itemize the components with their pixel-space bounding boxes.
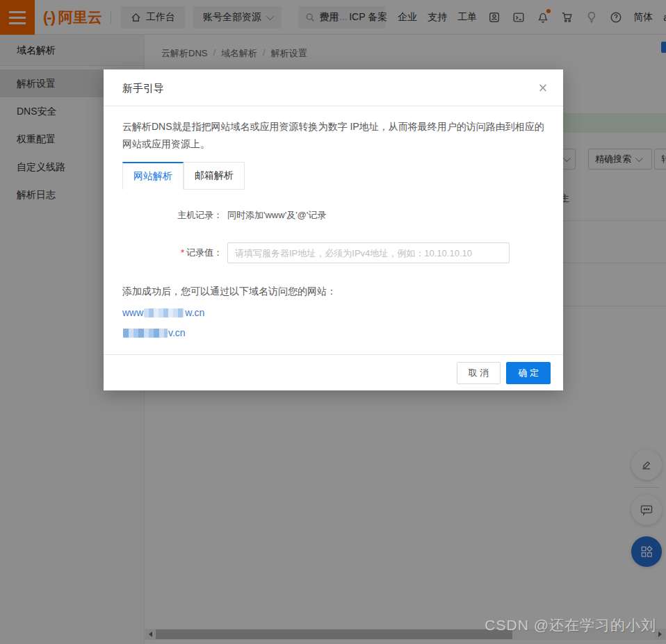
tab-mail-resolution[interactable]: 邮箱解析 — [184, 162, 245, 190]
modal-footer: 取 消 确 定 — [104, 354, 563, 390]
required-asterisk: * — [181, 247, 184, 258]
success-hint-text: 添加成功后，您可以通过以下域名访问您的网站： — [122, 286, 544, 298]
redacted-domain-segment — [144, 308, 184, 317]
close-icon[interactable]: × — [538, 69, 548, 106]
host-record-value: 同时添加'www'及'@'记录 — [227, 209, 326, 222]
tab-website-resolution[interactable]: 网站解析 — [122, 162, 184, 190]
confirm-button[interactable]: 确 定 — [506, 362, 551, 384]
modal-description: 云解析DNS就是指把网站域名或应用资源转换为数字 IP地址，从而将最终用户的访问… — [122, 118, 544, 152]
resolution-tabs: 网站解析 邮箱解析 — [122, 162, 544, 190]
cancel-button[interactable]: 取 消 — [457, 362, 501, 384]
modal-title: 新手引导 — [122, 82, 164, 94]
domain-link-prefix: www — [122, 307, 143, 318]
domain-link-suffix: w.cn — [185, 307, 204, 318]
record-value-row: *记录值： — [122, 242, 544, 263]
host-record-label: 主机记录： — [122, 209, 222, 222]
beginner-guide-modal: 新手引导 × 云解析DNS就是指把网站域名或应用资源转换为数字 IP地址，从而将… — [104, 69, 563, 390]
app-root: (-) 阿里云 工作台 账号全部资源 搜索... 费用 ICP 备案 企业 支持… — [0, 0, 666, 644]
host-record-row: 主机记录： 同时添加'www'及'@'记录 — [122, 209, 544, 222]
record-value-input[interactable] — [227, 242, 510, 263]
domain-link-suffix: v.cn — [168, 327, 186, 338]
watermark-text: CSDN @还在学习的小刘 — [485, 616, 656, 635]
modal-header: 新手引导 × — [104, 69, 563, 106]
redacted-domain-segment — [123, 329, 168, 338]
domain-link-root[interactable]: v.cn — [122, 327, 544, 338]
domain-link-www[interactable]: wwww.cn — [122, 307, 544, 318]
modal-body: 云解析DNS就是指把网站域名或应用资源转换为数字 IP地址，从而将最终用户的访问… — [104, 106, 563, 338]
record-value-label: *记录值： — [122, 247, 222, 259]
